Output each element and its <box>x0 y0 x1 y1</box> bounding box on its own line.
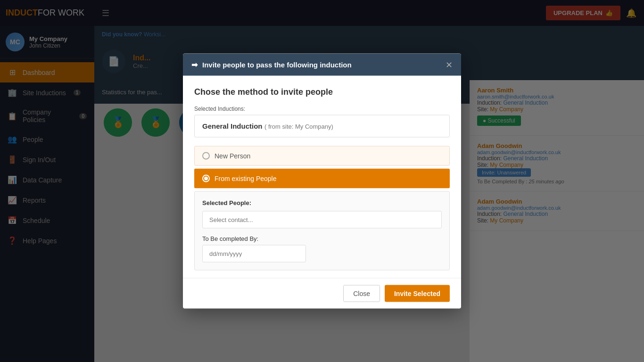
modal-header: ➡ Invite people to pass the following in… <box>183 54 461 76</box>
date-input[interactable] <box>202 245 306 263</box>
induction-box-subtitle: ( from site: My Company) <box>264 123 333 130</box>
radio-label-new-person: New Person <box>215 152 250 160</box>
selected-people-section: Selected People: To Be completed By: <box>194 191 450 271</box>
radio-existing-people[interactable]: From existing People <box>194 169 450 189</box>
radio-dot-existing <box>202 175 210 182</box>
invite-selected-button[interactable]: Invite Selected <box>385 285 450 302</box>
modal-header-title: ➡ Invite people to pass the following in… <box>191 60 352 69</box>
modal-close-button[interactable]: ✕ <box>446 60 453 69</box>
modal-body: Chose the method to invite people Select… <box>183 76 461 278</box>
modal-title-text: Invite people to pass the following indu… <box>202 61 352 69</box>
arrow-icon: ➡ <box>191 60 198 69</box>
contact-select-input[interactable] <box>202 211 442 229</box>
close-button[interactable]: Close <box>343 285 380 302</box>
selected-inductions-label: Selected Inductions: <box>194 106 450 112</box>
radio-dot-new-person <box>202 152 210 160</box>
modal-footer: Close Invite Selected <box>183 278 461 309</box>
induction-box: General Induction ( from site: My Compan… <box>194 115 450 138</box>
modal-body-title: Chose the method to invite people <box>194 87 450 97</box>
radio-label-existing: From existing People <box>215 175 277 182</box>
invite-modal: ➡ Invite people to pass the following in… <box>183 54 461 309</box>
date-label: To Be completed By: <box>202 235 442 242</box>
selected-people-heading: Selected People: <box>202 199 442 206</box>
radio-new-person[interactable]: New Person <box>194 146 450 166</box>
induction-box-title: General Induction <box>202 122 263 130</box>
